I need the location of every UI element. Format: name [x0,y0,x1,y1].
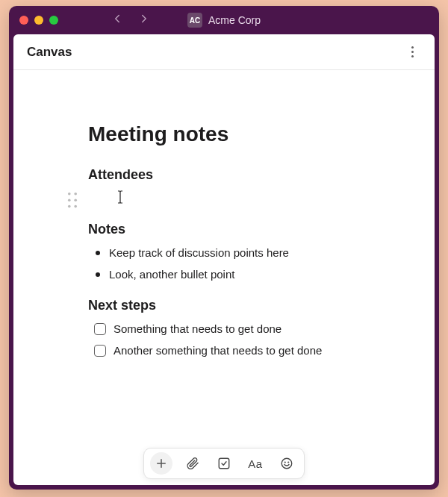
minimize-window-button[interactable] [34,16,43,25]
svg-point-9 [281,458,292,469]
close-window-button[interactable] [19,16,28,25]
heading-notes[interactable]: Notes [88,222,397,237]
drag-handle-icon[interactable] [67,192,78,205]
checklist-item-label[interactable]: Something that needs to get done [113,321,281,338]
svg-point-3 [74,199,77,201]
list-item[interactable]: Look, another bullet point [109,266,397,284]
svg-point-4 [68,205,71,208]
back-button[interactable] [111,12,124,28]
svg-point-10 [284,462,285,463]
heading-next-steps[interactable]: Next steps [88,298,397,313]
text-format-button[interactable]: Aa [244,452,267,475]
svg-point-0 [68,193,71,196]
attendees-empty-line[interactable] [88,190,397,207]
checkbox-icon [217,457,231,470]
maximize-window-button[interactable] [49,16,58,25]
titlebar: AC Acme Corp [9,6,439,34]
doc-title[interactable]: Meeting notes [88,122,397,146]
add-block-button[interactable] [150,452,172,475]
checklist-item[interactable]: Something that needs to get done [94,321,397,338]
emoji-button[interactable] [276,452,298,475]
list-item[interactable]: Keep track of discussion points here [109,245,397,262]
svg-point-5 [74,205,77,208]
canvas-title: Canvas [27,45,72,60]
canvas-header: Canvas [13,34,435,70]
paperclip-icon [186,457,199,470]
checkbox[interactable] [94,323,106,335]
workspace-badge: AC [187,13,202,28]
more-icon [411,46,414,57]
workspace-name: Acme Corp [208,14,261,26]
forward-button[interactable] [137,12,151,28]
svg-point-1 [74,193,77,196]
more-actions-button[interactable] [403,43,421,61]
canvas-frame: Canvas Meeting notes Attendees Notes Kee… [13,34,435,485]
checklist-item[interactable]: Another something that needs to get done [94,343,397,360]
attach-button[interactable] [181,452,204,475]
text-format-icon: Aa [248,457,262,470]
editor-toolbar: Aa [143,448,305,479]
document-body[interactable]: Meeting notes Attendees Notes Keep track… [13,70,435,485]
next-steps-list: Something that needs to get done Another… [88,321,397,359]
history-nav [111,12,151,28]
window-controls [19,16,58,25]
svg-point-2 [68,199,71,201]
notes-list: Keep track of discussion points here Loo… [88,245,397,283]
checklist-item-label[interactable]: Another something that needs to get done [113,343,322,360]
checkbox[interactable] [94,345,106,357]
text-cursor-icon [116,190,124,204]
heading-attendees[interactable]: Attendees [88,167,397,183]
workspace-switcher[interactable]: AC Acme Corp [9,13,439,28]
svg-rect-8 [219,458,229,469]
svg-point-11 [288,462,289,463]
emoji-icon [280,457,293,470]
checklist-button[interactable] [213,452,235,475]
app-window: AC Acme Corp Canvas Meeting notes Attend… [9,6,439,490]
